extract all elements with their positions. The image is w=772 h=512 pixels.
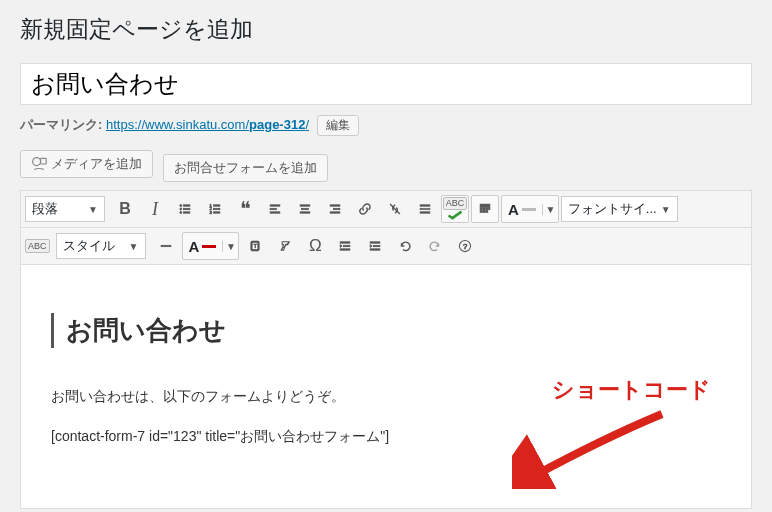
- align-left-button[interactable]: [261, 195, 289, 223]
- text-color-button[interactable]: A ▼: [501, 195, 559, 223]
- svg-rect-30: [486, 208, 488, 210]
- svg-rect-45: [370, 249, 380, 250]
- permalink-url[interactable]: https://www.sinkatu.com/page-312/: [106, 117, 309, 132]
- format-select[interactable]: 段落▼: [25, 196, 105, 222]
- font-size-select[interactable]: フォントサイ...▼: [561, 196, 678, 222]
- post-title-input[interactable]: [20, 63, 752, 105]
- svg-rect-15: [270, 208, 276, 209]
- content-paragraph: お問い合わせは、以下のフォームよりどうぞ。: [51, 388, 721, 406]
- svg-rect-14: [270, 205, 280, 206]
- svg-rect-40: [340, 242, 350, 243]
- editor-toolbar-row1: 段落▼ B I 123 ❝ ABC A ▼ フォントサイ...▼: [20, 190, 752, 227]
- help-button[interactable]: ?: [451, 232, 479, 260]
- svg-text:3: 3: [209, 210, 212, 215]
- add-media-label: メディアを追加: [51, 155, 142, 173]
- svg-point-2: [180, 204, 182, 206]
- svg-rect-25: [420, 208, 430, 209]
- svg-rect-20: [330, 205, 340, 206]
- style-select[interactable]: スタイル▼: [56, 233, 146, 259]
- special-char-button[interactable]: Ω: [301, 232, 329, 260]
- svg-rect-44: [374, 245, 380, 246]
- svg-rect-7: [184, 212, 190, 213]
- svg-rect-3: [184, 205, 190, 206]
- chevron-down-icon: ▼: [129, 241, 139, 252]
- add-media-button[interactable]: メディアを追加: [20, 150, 153, 178]
- svg-rect-43: [370, 242, 380, 243]
- svg-rect-22: [330, 212, 340, 213]
- svg-rect-31: [489, 208, 490, 210]
- svg-text:T: T: [254, 243, 258, 249]
- outdent-button[interactable]: [331, 232, 359, 260]
- indent-button[interactable]: [361, 232, 389, 260]
- bold-button[interactable]: B: [111, 195, 139, 223]
- bullet-list-button[interactable]: [171, 195, 199, 223]
- svg-rect-34: [486, 210, 488, 212]
- svg-rect-21: [334, 208, 340, 209]
- annotation-arrow-icon: [512, 409, 672, 489]
- svg-rect-16: [270, 212, 280, 213]
- unlink-button[interactable]: [381, 195, 409, 223]
- text-color2-button[interactable]: A ▼: [182, 232, 240, 260]
- edit-permalink-button[interactable]: 編集: [317, 115, 359, 136]
- svg-rect-9: [214, 205, 220, 206]
- svg-rect-11: [214, 208, 220, 209]
- svg-rect-17: [300, 205, 310, 206]
- svg-point-0: [33, 158, 41, 166]
- toolbar-toggle-button[interactable]: [471, 195, 499, 223]
- svg-rect-41: [344, 245, 350, 246]
- svg-rect-13: [214, 212, 220, 213]
- svg-rect-27: [480, 204, 490, 207]
- svg-text:?: ?: [463, 242, 467, 251]
- svg-rect-26: [420, 212, 430, 213]
- chevron-down-icon: ▼: [88, 204, 98, 215]
- svg-rect-1: [41, 158, 47, 164]
- editor-toolbar-row2: ABC スタイル▼ A ▼ T Ω ?: [20, 227, 752, 265]
- abc-badge: ABC: [25, 239, 50, 253]
- italic-button[interactable]: I: [141, 195, 169, 223]
- editor-content[interactable]: お問い合わせ お問い合わせは、以下のフォームよりどうぞ。 [contact-fo…: [20, 265, 752, 509]
- svg-rect-18: [302, 208, 309, 209]
- hr-button[interactable]: [152, 232, 180, 260]
- paste-text-button[interactable]: T: [241, 232, 269, 260]
- blockquote-button[interactable]: ❝: [231, 195, 259, 223]
- add-contact-form-button[interactable]: お問合せフォームを追加: [163, 154, 328, 182]
- svg-rect-32: [480, 210, 482, 212]
- link-button[interactable]: [351, 195, 379, 223]
- more-button[interactable]: [411, 195, 439, 223]
- permalink-label: パーマリンク:: [20, 117, 102, 132]
- numbered-list-button[interactable]: 123: [201, 195, 229, 223]
- align-center-button[interactable]: [291, 195, 319, 223]
- content-heading: お問い合わせ: [66, 313, 721, 348]
- content-shortcode: [contact-form-7 id="123" title="お問い合わせフォ…: [51, 428, 721, 446]
- svg-point-4: [180, 208, 182, 210]
- page-heading: 新規固定ページを追加: [20, 10, 752, 49]
- svg-rect-42: [340, 249, 350, 250]
- chevron-down-icon: ▼: [661, 204, 671, 215]
- permalink-row: パーマリンク: https://www.sinkatu.com/page-312…: [20, 111, 752, 150]
- clear-format-button[interactable]: [271, 232, 299, 260]
- svg-rect-5: [184, 208, 190, 209]
- svg-rect-24: [420, 205, 430, 206]
- svg-rect-28: [480, 208, 482, 210]
- svg-rect-29: [483, 208, 485, 210]
- add-contact-form-label: お問合せフォームを追加: [174, 159, 317, 177]
- undo-button[interactable]: [391, 232, 419, 260]
- svg-point-6: [180, 211, 182, 213]
- chevron-down-icon: ▼: [222, 241, 238, 252]
- svg-rect-33: [483, 210, 485, 212]
- align-right-button[interactable]: [321, 195, 349, 223]
- spellcheck-button[interactable]: ABC: [441, 195, 469, 223]
- svg-rect-35: [161, 245, 171, 246]
- media-icon: [31, 156, 47, 172]
- redo-button[interactable]: [421, 232, 449, 260]
- svg-rect-19: [300, 212, 310, 213]
- chevron-down-icon: ▼: [542, 204, 558, 215]
